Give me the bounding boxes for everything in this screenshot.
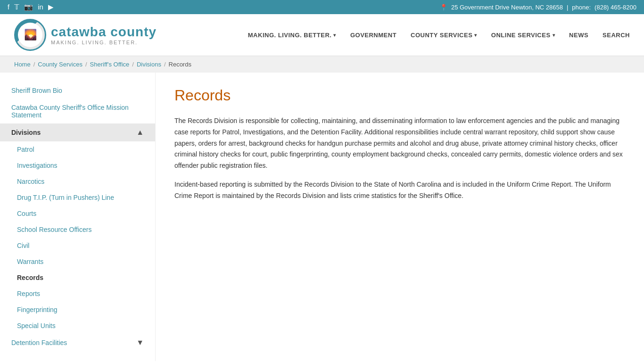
nav-search[interactable]: SEARCH: [603, 32, 630, 39]
location-icon: 📍: [440, 4, 447, 11]
nav-county-services[interactable]: COUNTY SERVICES ▾: [411, 32, 477, 39]
top-bar: f 𝕋 📷 in ▶ 📍 25 Government Drive Newton,…: [0, 0, 644, 14]
sidebar-drug-tip[interactable]: Drug T.I.P. (Turn in Pushers) Line: [0, 189, 155, 206]
nav-news[interactable]: NEWS: [569, 32, 588, 39]
phone-number[interactable]: (828) 465-8200: [594, 4, 636, 11]
sidebar-detention-section[interactable]: Detention Facilities ▼: [0, 334, 155, 352]
sidebar-fingerprinting[interactable]: Fingerprinting: [0, 302, 155, 318]
twitter-icon[interactable]: 𝕋: [14, 3, 19, 11]
nav-making[interactable]: MAKING. LIVING. BETTER. ▾: [248, 32, 336, 39]
main-nav: MAKING. LIVING. BETTER. ▾ GOVERNMENT COU…: [248, 32, 630, 39]
nav-online-services-caret: ▾: [553, 33, 555, 38]
sidebar-divisions-section[interactable]: Divisions ▲: [0, 123, 155, 141]
sidebar-civil[interactable]: Civil: [0, 238, 155, 254]
facebook-icon[interactable]: f: [8, 3, 9, 11]
nav-online-services[interactable]: ONLINE SERVICES ▾: [491, 32, 555, 39]
header: 🌄 catawba county MAKING. LIVING. BETTER.…: [0, 14, 644, 56]
sidebar-divisions-caret: ▲: [136, 128, 144, 137]
site-name[interactable]: catawba county: [51, 24, 157, 40]
sidebar-courts[interactable]: Courts: [0, 206, 155, 222]
logo-text: catawba county MAKING. LIVING. BETTER.: [51, 24, 157, 46]
linkedin-icon[interactable]: in: [38, 3, 43, 11]
sidebar-patrol[interactable]: Patrol: [0, 141, 155, 157]
logo-image: 🌄: [14, 19, 46, 51]
sidebar-narcotics[interactable]: Narcotics: [0, 173, 155, 189]
breadcrumb: Home / County Services / Sheriff's Offic…: [0, 56, 644, 73]
breadcrumb-sheriffs-office[interactable]: Sheriff's Office: [90, 61, 130, 68]
address-text: 25 Government Drive Newton, NC 28658: [451, 4, 563, 11]
nav-county-services-caret: ▾: [474, 33, 477, 38]
instagram-icon[interactable]: 📷: [24, 3, 33, 11]
separator: |: [567, 4, 568, 11]
sidebar-special-units[interactable]: Special Units: [0, 318, 155, 334]
main-paragraph-1: The Records Division is responsible for …: [174, 115, 625, 172]
social-icons: f 𝕋 📷 in ▶: [8, 3, 54, 11]
breadcrumb-current: Records: [169, 61, 191, 68]
breadcrumb-home[interactable]: Home: [14, 61, 31, 68]
nav-government[interactable]: GOVERNMENT: [350, 32, 396, 39]
content-area: Sheriff Brown Bio Catawba County Sheriff…: [0, 73, 644, 361]
sidebar-detention-label: Detention Facilities: [11, 339, 67, 346]
main-content: Records The Records Division is responsi…: [156, 73, 644, 361]
contact-info: 📍 25 Government Drive Newton, NC 28658 |…: [440, 4, 636, 11]
sidebar-records[interactable]: Records: [0, 270, 155, 286]
site-tagline: MAKING. LIVING. BETTER.: [51, 40, 157, 46]
logo-area: 🌄 catawba county MAKING. LIVING. BETTER.: [14, 19, 157, 51]
sidebar-mission-statement[interactable]: Catawba County Sheriff's Office Mission …: [0, 99, 155, 123]
youtube-icon[interactable]: ▶: [48, 3, 54, 11]
nav-making-caret: ▾: [333, 33, 336, 38]
breadcrumb-county-services[interactable]: County Services: [38, 61, 83, 68]
sidebar: Sheriff Brown Bio Catawba County Sheriff…: [0, 73, 156, 361]
sidebar-reports[interactable]: Reports: [0, 286, 155, 302]
sidebar-warrants[interactable]: Warrants: [0, 254, 155, 270]
sidebar-sheriff-bio[interactable]: Sheriff Brown Bio: [0, 82, 155, 99]
sidebar-detention-caret: ▼: [136, 338, 144, 347]
main-paragraph-2: Incident-based reporting is submitted by…: [174, 179, 625, 202]
sidebar-divisions-label: Divisions: [11, 129, 41, 136]
sidebar-investigations[interactable]: Investigations: [0, 157, 155, 173]
breadcrumb-divisions[interactable]: Divisions: [137, 61, 161, 68]
page-title: Records: [174, 87, 625, 104]
sidebar-school-resource[interactable]: School Resource Officers: [0, 222, 155, 238]
phone-label: phone:: [572, 4, 591, 11]
